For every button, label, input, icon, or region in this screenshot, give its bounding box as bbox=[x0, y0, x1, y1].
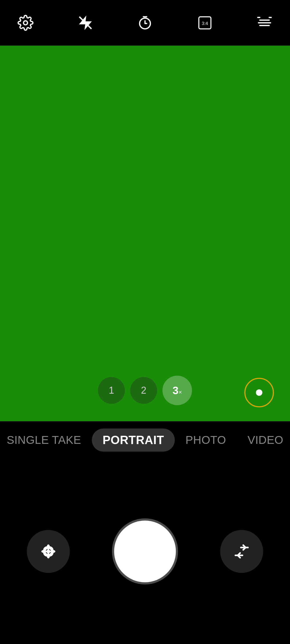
bottom-controls bbox=[0, 459, 290, 644]
camera-mode-selector: SINGLE TAKE PORTRAIT PHOTO VIDEO bbox=[0, 421, 290, 459]
top-toolbar: 3:4 bbox=[0, 0, 290, 46]
zoom-2x-button[interactable]: 2 bbox=[130, 377, 157, 404]
zoom-controls: 1 2 3× bbox=[98, 376, 192, 405]
svg-point-0 bbox=[24, 21, 28, 25]
timer-icon[interactable] bbox=[136, 13, 154, 32]
camera-viewfinder: 1 2 3× bbox=[0, 46, 290, 421]
svg-text:3:4: 3:4 bbox=[202, 21, 208, 26]
effects-icon[interactable] bbox=[255, 13, 274, 32]
shutter-button[interactable] bbox=[114, 521, 176, 582]
mode-portrait[interactable]: PORTRAIT bbox=[92, 429, 175, 452]
svg-point-12 bbox=[46, 550, 50, 554]
flash-off-icon[interactable] bbox=[76, 13, 95, 32]
zoom-3x-button[interactable]: 3× bbox=[162, 376, 192, 405]
live-focus-dot bbox=[256, 389, 262, 396]
flip-camera-icon bbox=[232, 542, 251, 561]
zoom-1x-button[interactable]: 1 bbox=[98, 377, 125, 404]
settings-icon[interactable] bbox=[16, 13, 35, 32]
mode-video[interactable]: VIDEO bbox=[237, 429, 290, 451]
mode-photo[interactable]: PHOTO bbox=[175, 429, 237, 451]
mode-single-take[interactable]: SINGLE TAKE bbox=[0, 429, 92, 451]
live-focus-button[interactable] bbox=[244, 378, 274, 407]
ratio-icon[interactable]: 3:4 bbox=[195, 13, 214, 32]
flower-icon bbox=[39, 542, 58, 561]
gallery-button[interactable] bbox=[27, 530, 70, 573]
flip-camera-button[interactable] bbox=[220, 530, 263, 573]
